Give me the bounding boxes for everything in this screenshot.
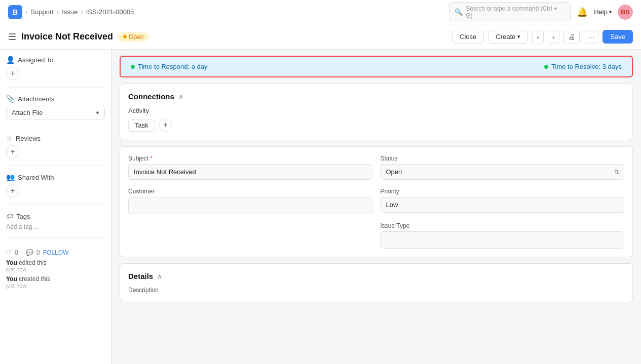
issue-type-group: Issue Type [381,222,625,249]
description-group: Description [128,287,624,294]
sidebar-footer: ♡ 0 · 💬 0 FOLLOW You edited this just no… [6,249,105,289]
heart-icon: ♡ [6,249,12,256]
search-icon: 🔍 [455,8,463,16]
activity-user-2: You [6,275,17,282]
top-nav: B › Support › Issue › ISS-2021-00005 🔍 S… [0,0,641,24]
sla-respond-dot [131,65,135,69]
add-review-button[interactable]: + [6,145,19,158]
activity-time-1: just now [6,266,105,272]
tag-icon: 🏷 [6,212,13,220]
add-activity-button[interactable]: + [159,118,172,132]
form-card: Subject * Status Open Customer [120,146,633,257]
sla-resolve-label: Time to Resolve: 3 days [551,63,622,70]
more-options-button[interactable]: ··· [584,30,599,44]
avatar: BS [618,5,633,20]
status-label: Open [129,33,143,41]
subject-group: Subject * [128,155,372,180]
notifications-button[interactable]: 🔔 [577,7,588,18]
star-icon: ☆ [6,134,13,142]
divider-2 [6,127,105,127]
comments-count: 0 [36,249,40,256]
divider-5 [6,237,105,238]
status-select[interactable]: Open [381,164,625,180]
task-tabs: Task + [128,118,624,132]
priority-label: Priority [381,188,625,195]
create-button[interactable]: Create ▾ [488,30,528,44]
help-button[interactable]: Help ▾ [594,8,612,16]
details-collapse-icon[interactable]: ∧ [157,272,162,280]
group-icon: 👥 [6,173,15,181]
details-title-row: Details ∧ [128,272,162,280]
content-area: Time to Respond: a day Time to Resolve: … [111,50,641,364]
activity-item-1: You edited this just now [6,259,105,272]
reactions-row: ♡ 0 · 💬 0 FOLLOW [6,249,105,256]
status-group: Status Open [381,155,625,180]
connections-title: Connections [128,92,174,101]
breadcrumb-issue[interactable]: Issue [62,8,78,16]
activity-section: Activity Task + [128,107,624,132]
top-nav-right: 🔍 Search or type a command (Ctrl + G) 🔔 … [449,2,633,22]
tags-label: Tags [16,213,30,220]
app-icon: B [8,5,22,19]
person-icon: 👤 [6,56,15,64]
required-marker: * [150,155,153,162]
close-button[interactable]: Close [452,30,484,44]
search-placeholder: Search or type a command (Ctrl + G) [466,5,565,19]
activity-user-1: You [6,259,17,266]
paperclip-icon: 📎 [6,95,15,103]
follow-button[interactable]: FOLLOW [43,249,69,256]
main-layout: 👤 Assigned To + 📎 Attachments Attach Fil… [0,50,641,364]
add-assignee-button[interactable]: + [6,67,19,80]
search-bar[interactable]: 🔍 Search or type a command (Ctrl + G) [449,2,571,22]
description-label: Description [128,287,624,294]
add-tag-link[interactable]: Add a tag ... [6,223,105,230]
sidebar: 👤 Assigned To + 📎 Attachments Attach Fil… [0,50,111,364]
status-dot [123,35,127,38]
breadcrumb-id[interactable]: ISS-2021-00005 [86,8,134,16]
prev-button[interactable]: ‹ [532,30,544,44]
task-tab-button[interactable]: Task [128,119,155,132]
issue-type-input[interactable] [381,231,625,249]
details-title: Details [128,272,153,280]
attachments-section: 📎 Attachments Attach File + [6,95,105,119]
sep1: › [25,8,27,16]
likes-count: 0 [15,249,18,256]
attachments-header: 📎 Attachments [6,95,105,103]
assigned-to-header: 👤 Assigned To [6,56,105,64]
add-shared-button[interactable]: + [6,184,19,197]
status-select-wrapper: Open [381,164,625,180]
activity-label: Activity [128,107,624,114]
next-button[interactable]: › [548,30,559,44]
priority-input[interactable] [381,197,625,213]
page-title: Invoice Not Received [21,31,113,42]
activity-item-2: You created this just now [6,275,105,289]
assigned-to-section: 👤 Assigned To + [6,56,105,80]
print-button[interactable]: 🖨 [563,30,580,44]
customer-input[interactable] [128,197,372,214]
attach-file-button[interactable]: Attach File + [6,106,105,119]
tags-section: 🏷 Tags Add a tag ... [6,212,105,230]
create-chevron-icon: ▾ [517,33,520,40]
sla-resolve-item: Time to Resolve: 3 days [544,63,622,70]
dot-separator: · [21,249,23,256]
reviews-label: Reviews [16,135,41,142]
menu-toggle-button[interactable]: ☰ [8,31,16,43]
breadcrumb-area: B › Support › Issue › ISS-2021-00005 [8,5,134,19]
subject-input[interactable] [128,164,372,180]
divider-1 [6,87,105,88]
comment-icon: 💬 [26,249,33,256]
page-header-right: Close Create ▾ ‹ › 🖨 ··· Save [452,30,633,44]
shared-with-section: 👥 Shared With + [6,173,105,197]
assigned-to-label: Assigned To [18,56,54,64]
details-header: Details ∧ [128,272,624,280]
customer-label: Customer [128,188,372,195]
attach-file-label: Attach File [12,109,43,116]
save-button[interactable]: Save [602,30,633,44]
reviews-header: ☆ Reviews [6,134,105,142]
divider-3 [6,166,105,166]
connections-collapse-icon[interactable]: ∧ [178,93,183,101]
page-header: ☰ Invoice Not Received Open Close Create… [0,24,641,50]
tags-header: 🏷 Tags [6,212,105,220]
breadcrumb-support[interactable]: Support [30,8,54,16]
sla-resolve-dot [544,65,548,69]
